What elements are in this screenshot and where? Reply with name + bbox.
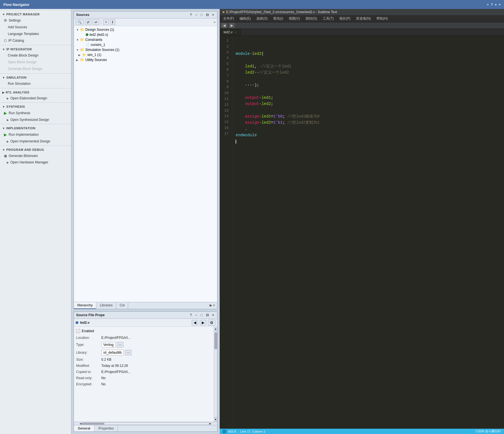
menu-edit[interactable]: 编辑(E): [238, 16, 252, 22]
props-settings-btn[interactable]: ⚙: [208, 320, 215, 326]
tree-simulation-sources[interactable]: ▼ 📁 Simulation Sources (1): [74, 47, 217, 52]
menu-view[interactable]: 视图(V): [288, 16, 301, 22]
menu-help[interactable]: 帮助(H): [375, 16, 389, 22]
props-content-area: ✓ Enabled Location: E:/Project/FPGA/l...…: [74, 327, 217, 422]
tree-constrs-1[interactable]: 📄 constrs_1: [74, 42, 217, 47]
add-source-btn[interactable]: +: [103, 19, 109, 25]
tab-properties[interactable]: Properties: [95, 425, 118, 431]
section-simulation[interactable]: ▼ SIMULATION: [0, 73, 71, 80]
sources-panel-header: Sources ? − □ ⊟ ×: [74, 11, 217, 18]
sidebar-item-open-hardware-manager[interactable]: ▶ Open Hardware Manager: [0, 159, 71, 165]
sublime-tab-led2[interactable]: led2.v ×: [220, 29, 241, 36]
props-close-btn[interactable]: ×: [211, 313, 215, 317]
nav-back-btn[interactable]: ◀: [221, 23, 227, 28]
sidebar-item-create-block-design[interactable]: Create Block Design: [0, 52, 71, 59]
tree-sim-1[interactable]: ▶ 📁 sim_1 (1): [74, 52, 217, 57]
props-scroll-down-btn[interactable]: ▼: [214, 417, 217, 422]
sidebar-item-language-templates[interactable]: Language Templates: [0, 31, 71, 37]
sidebar-item-generate-bitstream[interactable]: ▣ Generate Bitstream: [0, 153, 71, 159]
sources-minimize-btn[interactable]: −: [194, 13, 198, 17]
tab-general[interactable]: General: [74, 425, 95, 431]
sidebar-item-run-simulation[interactable]: Run Simulation: [0, 80, 71, 87]
props-help-btn[interactable]: ?: [189, 313, 193, 317]
code-area[interactable]: module·led2( led1, ·//定义一个led1 led2··//定…: [232, 36, 504, 429]
h-scroll-right-arrow[interactable]: ▶: [209, 422, 212, 425]
toolbar-sep: [101, 20, 101, 25]
props-library-value: xil_defaultlib: [101, 350, 124, 355]
sources-more-tabs-btn[interactable]: ▶ ≡: [207, 302, 217, 309]
settings-icon: ⚙: [4, 18, 7, 22]
props-library-label: Library:: [76, 351, 101, 355]
more-options-btn[interactable]: »: [214, 20, 215, 24]
section-rtl-analysis[interactable]: ▶ RTL ANALYSIS: [0, 88, 71, 95]
sublime-editor[interactable]: 1 2 3 4 5 6 7 8 9 10 11 12 13 14 15 16 1: [220, 36, 504, 429]
sidebar-item-add-sources[interactable]: Add Sources: [0, 24, 71, 31]
enabled-checkbox[interactable]: ✓: [76, 329, 80, 333]
sublime-titlebar: ■ E:\Project\FPGA\lzq\led_2\led_2.srcs\s…: [220, 9, 504, 15]
tab-led2-close-btn[interactable]: ×: [235, 31, 236, 34]
props-prev-btn[interactable]: ◀: [192, 320, 198, 325]
menu-preferences[interactable]: 首选项(N): [355, 16, 372, 22]
info-btn[interactable]: ℹ: [110, 19, 115, 25]
design-sources-arrow: ▼: [76, 28, 79, 31]
menu-find[interactable]: 查找(I): [272, 16, 284, 22]
sidebar-item-open-synthesized-design[interactable]: ▶ Open Synthesized Design: [0, 117, 71, 123]
section-arrow-rtl: ▶: [2, 91, 5, 94]
collapse-all-btn[interactable]: ⇄: [85, 19, 92, 25]
search-sources-btn[interactable]: 🔍: [76, 19, 84, 25]
constrs-folder-icon: 📄: [86, 43, 90, 47]
sources-float-btn[interactable]: □: [200, 13, 203, 17]
nav-forward-btn[interactable]: ▶: [229, 23, 235, 28]
section-synthesis[interactable]: ▼ SYNTHESIS: [0, 102, 71, 109]
section-program-debug[interactable]: ▼ PROGRAM AND DEBUG: [0, 146, 71, 153]
props-next-btn[interactable]: ▶: [200, 320, 206, 325]
props-type-input-group: Verilog ···: [101, 342, 123, 348]
sources-toolbar: 🔍 ⇄ ⇌ + ℹ »: [74, 18, 217, 26]
sidebar-item-open-elaborated-design[interactable]: ▶ Open Elaborated Design: [0, 95, 71, 101]
tree-constraints[interactable]: ▼ 📁 Constraints: [74, 37, 217, 42]
section-implementation[interactable]: ▼ IMPLEMENTATION: [0, 124, 71, 131]
props-maximize-btn[interactable]: ⊟: [205, 313, 210, 317]
sources-maximize-btn[interactable]: ⊟: [205, 13, 210, 17]
titlebar-text: Flow Navigator: [3, 3, 29, 7]
props-scroll-up-btn[interactable]: ▲: [214, 327, 217, 331]
tree-led2-v[interactable]: led2 (led2.v): [74, 32, 217, 37]
refresh-btn[interactable]: ⇌: [93, 19, 99, 25]
sidebar-item-run-implementation[interactable]: ▶ Run Implementation: [0, 131, 71, 138]
tree-utility-sources[interactable]: ▶ 📁 Utility Sources: [74, 57, 217, 62]
sidebar-item-ip-catalog[interactable]: ⬡ IP Catalog: [0, 37, 71, 44]
section-label-rtl: RTL ANALYSIS: [6, 91, 29, 94]
props-minimize-btn[interactable]: −: [194, 313, 198, 317]
menu-file[interactable]: 文件(F): [222, 16, 235, 22]
tab-hierarchy[interactable]: Hierarchy: [74, 302, 96, 309]
sources-help-btn[interactable]: ?: [189, 13, 193, 17]
menu-select[interactable]: 选择(S): [255, 16, 269, 22]
sidebar-item-run-synthesis[interactable]: ▶ Run Synthesis: [0, 109, 71, 117]
tab-libraries[interactable]: Libraries: [96, 302, 116, 309]
section-project-manager[interactable]: ▼ PROJECT MANAGER: [0, 10, 71, 17]
sources-panel: Sources ? − □ ⊟ × 🔍 ⇄ ⇌ + ℹ »: [74, 11, 217, 309]
nav-icon-2: ?: [491, 3, 493, 6]
props-float-btn[interactable]: □: [200, 313, 203, 317]
generate-bitstream-icon: ▣: [4, 154, 7, 158]
tab-compile-order[interactable]: Col: [116, 302, 128, 309]
section-ip-integrator[interactable]: ▼ IP INTEGRATOR: [0, 45, 71, 52]
menu-goto[interactable]: 跳转(G): [304, 16, 318, 22]
utility-sources-arrow: ▶: [76, 58, 79, 62]
menu-tools[interactable]: 工具(T): [322, 16, 335, 22]
section-arrow-project-manager: ▼: [2, 13, 5, 16]
props-library-dots-btn[interactable]: ···: [125, 350, 132, 355]
props-scrollbar[interactable]: ▲ ▼: [214, 327, 217, 422]
h-scroll-left-arrow[interactable]: ◀: [79, 422, 82, 425]
props-size-row: Size: 0.2 KB: [76, 358, 212, 362]
sidebar-item-open-implemented-design[interactable]: ▶ Open Implemented Design: [0, 138, 71, 144]
menu-project[interactable]: 项目(P): [338, 16, 351, 22]
sources-close-btn[interactable]: ×: [211, 13, 215, 17]
props-readonly-label: Read-only:: [76, 376, 101, 380]
tree-design-sources[interactable]: ▼ 📁 Design Sources (1): [74, 27, 217, 32]
sidebar-item-settings[interactable]: ⚙ Settings: [0, 17, 71, 24]
sublime-title-text: E:\Project\FPGA\lzq\led_2\led_2.srcs\sou…: [226, 10, 337, 14]
status-position: ,: [238, 430, 239, 433]
props-panel-title: Source File Prope: [76, 313, 189, 317]
props-type-dots-btn[interactable]: ···: [117, 342, 123, 348]
